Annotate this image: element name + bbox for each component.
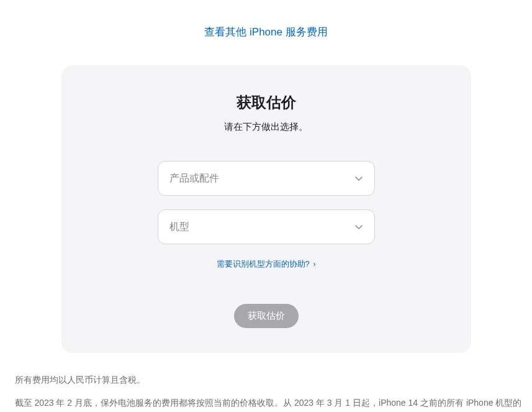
chevron-down-icon [354,176,363,181]
chevron-right-icon: › [313,260,315,268]
identify-model-help-link[interactable]: 需要识别机型方面的协助? › [217,259,316,268]
card-title: 获取估价 [86,93,446,112]
get-estimate-button[interactable]: 获取估价 [234,304,299,328]
help-link-container: 需要识别机型方面的协助? › [86,258,446,270]
footer-line2: 截至 2023 年 2 月底，保外电池服务的费用都将按照当前的价格收取。从 20… [15,395,524,412]
card-subtitle: 请在下方做出选择。 [86,121,446,133]
model-select-wrap: 机型 [158,209,375,244]
help-link-text: 需要识别机型方面的协助? [217,259,310,268]
footer-text: 所有费用均以人民币计算且含税。 截至 2023 年 2 月底，保外电池服务的费用… [9,372,524,412]
product-select-placeholder: 产品或配件 [169,172,219,185]
footer-line1: 所有费用均以人民币计算且含税。 [15,372,524,388]
other-services-link[interactable]: 查看其他 iPhone 服务费用 [204,26,327,38]
estimate-card: 获取估价 请在下方做出选择。 产品或配件 机型 需要识别机型方面的协助? › [61,65,471,353]
chevron-down-icon [354,224,363,229]
top-link-container: 查看其他 iPhone 服务费用 [0,25,532,39]
footer-line2-part1: 截至 2023 年 2 月底，保外电池服务的费用都将按照当前的价格收取。从 20… [15,398,522,412]
product-select[interactable]: 产品或配件 [158,161,375,196]
model-select[interactable]: 机型 [158,209,375,244]
product-select-wrap: 产品或配件 [158,161,375,196]
model-select-placeholder: 机型 [169,221,189,234]
submit-row: 获取估价 [86,304,446,328]
